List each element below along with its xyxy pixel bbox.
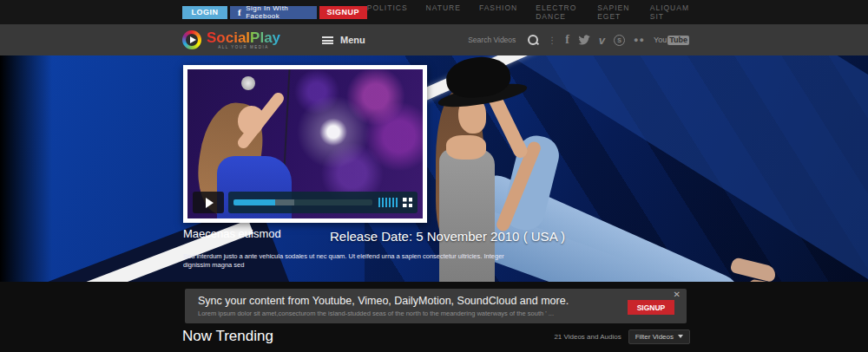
sync-banner: Sync your content from Youtube, Vimeo, D… [185, 289, 687, 323]
menu-button[interactable]: Menu [322, 35, 365, 45]
facebook-icon: f [238, 7, 241, 17]
socialplay-page: LOGIN f Sign In With Facebook SIGNUP POL… [0, 0, 868, 352]
search-icon[interactable] [527, 34, 539, 46]
progress-fill [233, 199, 275, 205]
vimeo-icon[interactable]: v [599, 34, 605, 47]
twitter-icon[interactable] [578, 35, 590, 45]
model-shoe [730, 257, 778, 282]
site-tagline: ALL YOUR MEDIA [207, 46, 280, 50]
video-player[interactable] [183, 65, 427, 223]
progress-bar[interactable] [233, 199, 372, 205]
play-logo-icon [182, 30, 201, 49]
nav-item-electro-dance[interactable]: ELECTRO DANCE [536, 3, 579, 21]
progress-buffer [275, 199, 294, 205]
release-date: Release Date: 5 November 2010 ( USA ) [330, 229, 565, 244]
nav-item-sapien-eget[interactable]: SAPIEN EGET [597, 3, 632, 21]
top-bar: LOGIN f Sign In With Facebook SIGNUP POL… [0, 0, 868, 24]
play-button[interactable] [193, 192, 224, 213]
hamburger-icon [322, 36, 333, 44]
facebook-icon[interactable]: f [565, 33, 569, 47]
facebook-signin-button[interactable]: f Sign In With Facebook [230, 6, 317, 19]
facebook-signin-label: Sign In With Facebook [246, 4, 309, 20]
search-input[interactable] [468, 36, 518, 44]
nav-item-nature[interactable]: NATURE [426, 3, 461, 21]
header-bar: SocialPlay ALL YOUR MEDIA Menu ⋮ f v S [0, 24, 868, 55]
site-title: SocialPlay [207, 30, 280, 45]
login-button[interactable]: LOGIN [182, 6, 227, 19]
hero-left-fade [0, 55, 52, 282]
volume-bars[interactable] [378, 198, 398, 207]
top-nav: POLITICS NATURE FASHION ELECTRO DANCE SA… [367, 3, 689, 21]
model-photo [408, 55, 799, 282]
video-thumbnail [187, 69, 423, 218]
stumbleupon-icon[interactable]: S [614, 35, 625, 46]
video-title[interactable]: Maecenas euismod [183, 227, 281, 240]
chevron-down-icon [678, 335, 683, 338]
fullscreen-icon[interactable] [403, 198, 412, 207]
banner-signup-button[interactable]: SIGNUP [628, 300, 674, 315]
now-trending-title: Now Trending [182, 328, 273, 345]
filter-videos-button[interactable]: Filter Videos [628, 329, 690, 344]
menu-label: Menu [340, 35, 365, 45]
banner-title: Sync your content from Youtube, Vimeo, D… [198, 295, 569, 307]
nav-item-politics[interactable]: POLITICS [367, 3, 408, 21]
hero-section: Maecenas euismod Release Date: 5 Novembe… [0, 55, 868, 282]
video-description: Sed interdum justo a ante vehicula sodal… [183, 252, 506, 270]
banner-close-icon[interactable]: ✕ [674, 290, 681, 299]
site-logo[interactable]: SocialPlay ALL YOUR MEDIA [182, 30, 280, 50]
nav-item-fashion[interactable]: FASHION [479, 3, 517, 21]
flickr-icon[interactable]: ●● [634, 36, 645, 44]
dots-separator-icon: ⋮ [548, 36, 556, 45]
bottom-section: Sync your content from Youtube, Vimeo, D… [0, 282, 868, 352]
control-bar [228, 192, 418, 213]
banner-subtitle: Lorem ipsum dolor sit amet,consecturom t… [198, 310, 554, 317]
microphone [241, 76, 255, 90]
nav-item-aliquam-sit[interactable]: ALIQUAM SIT [650, 3, 689, 21]
signup-button[interactable]: SIGNUP [319, 6, 367, 19]
model-chest [446, 135, 486, 160]
youtube-icon[interactable]: YouTube [654, 36, 689, 45]
video-count: 21 Videos and Audios [554, 333, 621, 341]
player-controls [193, 192, 418, 213]
